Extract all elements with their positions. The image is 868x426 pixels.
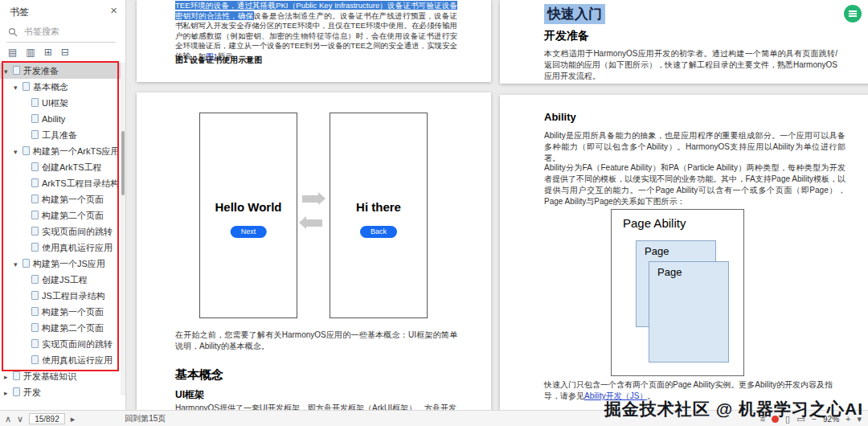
figure-phone-screen-2: Hi there Back [330,113,428,318]
remove-bookmark-icon[interactable]: ⊟ [61,47,69,58]
fit-width-icon[interactable]: ▭ [796,412,805,426]
bookmark-item[interactable]: ▸开发 [0,384,121,400]
bookmark-label: 开发基础知识 [23,371,76,381]
bookmark-item[interactable]: UI框架 [0,95,121,111]
bookmark-page-icon [31,307,39,316]
caret-right-icon[interactable]: ▸ [4,369,13,385]
zoom-level[interactable]: 92% [823,415,839,424]
record-icon[interactable] [772,416,779,423]
bookmark-label: JS工程目录结构 [42,291,105,301]
close-panel-icon[interactable]: × [110,3,117,17]
bookmark-page-icon [31,211,39,219]
bookmark-page-icon [13,371,20,380]
pdf-page-hello-world: Hello World Next Hi there Back 在开始之前，您需要… [137,92,491,410]
bookmarks-panel-title: 书签 [10,6,29,19]
bookmark-page-icon [31,178,39,187]
bookmark-item[interactable]: ArkTS工程目录结构 [0,175,121,191]
hand-tool-icon[interactable]: ≡ [760,412,765,426]
subsection-heading: UI框架 [175,388,204,402]
caret-down-icon[interactable]: ▾ [4,63,13,80]
collapse-all-icon[interactable]: ▥ [26,47,35,58]
page-paragraph: Ability是应用所具备能力的抽象，也是应用程序的重要组成部分。一个应用可以具… [544,130,845,164]
view-controls: ≡ ▯ ▭ − 92% + ▾ [760,411,862,426]
bookmark-item[interactable]: 创建ArkTS工程 [0,159,121,175]
bookmark-page-icon [31,114,39,123]
bookmark-page-icon [31,227,39,236]
bookmark-item[interactable]: 使用真机运行应用 [0,352,121,368]
page-paragraph: 本文档适用于HarmonyOS应用开发的初学者。通过构建一个简单的具有页面跳转/… [544,48,837,82]
pdf-reader-window: 书签 × ▤ ▥ ⊞ ⊟ ▾开发准备 ▾基本概念 UI框架 Ability 工具… [0,0,868,426]
bookmark-label: Ability [42,114,65,124]
bookmark-label: 开发 [23,387,41,397]
pdf-page-quickstart: 快速入门 开发准备 本文档适用于HarmonyOS应用开发的初学者。通过构建一个… [500,0,868,84]
document-view: TEE环境的设备，通过其搭载PKI（Public Key Infrastruct… [126,0,868,410]
search-icon [8,27,18,37]
prev-page-icon[interactable]: ∧ [5,412,11,426]
zoom-in-icon[interactable]: + [845,412,850,426]
figure-back-button: Back [360,226,397,238]
bookmark-page-icon [13,387,20,396]
diagram-label: Page [645,245,669,257]
chapter-title-selected: 快速入门 [544,4,605,24]
go-to-page-icon[interactable]: ▸ [71,412,76,426]
status-bar: ∧ ∨ 15/892 ▸ 回到第15页 ≡ ▯ ▭ − 92% + ▾ [0,410,868,426]
sidebar-scrollbar[interactable] [121,63,125,395]
bookmark-toolbar: ▤ ▥ ⊞ ⊟ [8,47,69,58]
figure-next-button: Next [231,226,267,238]
caret-down-icon[interactable]: ▾ [14,144,23,160]
bookmark-item[interactable]: ▾构建第一个ArkTS应用 [0,143,121,159]
bookmark-item[interactable]: 创建JS工程 [0,272,121,288]
pdf-page-security: TEE环境的设备，通过其搭载PKI（Public Key Infrastruct… [137,0,491,82]
bookmark-page-icon [31,291,39,300]
bookmark-page-icon [13,66,20,75]
bookmark-item[interactable]: ▸开发基础知识 [0,368,121,384]
bookmark-item[interactable]: ▾开发准备 [0,63,121,79]
bookmark-label: 实现页面间的跳转 [42,227,113,236]
bookmark-item[interactable]: 实现页面间的跳转 [0,223,121,240]
bookmark-item[interactable]: 构建第一个页面 [0,191,121,207]
bookmark-item[interactable]: 实现页面间的跳转 [0,336,121,352]
single-page-icon[interactable]: ▯ [785,412,790,426]
expand-all-icon[interactable]: ▤ [8,47,17,58]
bookmark-page-icon [31,162,39,171]
bookmark-label: 构建第二个页面 [42,323,104,333]
next-page-icon[interactable]: ∨ [17,412,23,426]
bookmark-item[interactable]: 使用真机运行应用 [0,240,121,256]
caret-down-icon[interactable]: ▾ [14,80,23,96]
bookmark-label: UI框架 [42,98,68,108]
page-ability-diagram: Page Ability Page Page [611,209,744,376]
bookmark-item[interactable]: Ability [0,111,121,127]
bookmark-label: 使用真机运行应用 [42,243,113,252]
add-bookmark-icon[interactable]: ⊞ [44,47,52,58]
bookmark-item[interactable]: ▾构建第一个JS应用 [0,256,121,272]
bookmark-item[interactable]: 构建第二个页面 [0,320,121,336]
page-paragraph: HarmonyOS提供了一套UI开发框架，即方舟开发框架（ArkUI框架）。方舟… [175,403,457,410]
sidebar-scrollbar-thumb[interactable] [121,131,125,195]
bookmark-page-icon [23,82,30,91]
zoom-out-icon[interactable]: − [812,412,817,426]
bookmark-item[interactable]: JS工程目录结构 [0,288,121,304]
arrow-left-icon [306,219,322,227]
bookmark-label: 构建第一个页面 [42,307,104,317]
bookmark-item[interactable]: 工具准备 [0,127,121,143]
bookmark-item[interactable]: ▾基本概念 [0,79,121,95]
ability-dev-link[interactable]: Ability开发（JS） [584,391,647,400]
caret-down-icon[interactable]: ▾ [14,256,23,272]
bookmark-search-input[interactable] [24,27,104,36]
zoom-menu-icon[interactable]: ▾ [857,412,862,426]
browser-extension-icon[interactable] [844,5,862,23]
back-to-page-link[interactable]: 回到第15页 [125,413,166,424]
caret-right-icon[interactable]: ▸ [4,385,13,401]
bookmark-search[interactable] [6,24,116,43]
diagram-label: Page [657,266,682,278]
bookmark-page-icon [31,195,39,203]
bookmark-item[interactable]: 构建第二个页面 [0,207,121,223]
page-indicator[interactable]: 15/892 [29,413,65,424]
bookmark-page-icon [31,339,39,348]
figure-caption: 图1 设备证书使用示意图 [175,55,262,66]
paragraph-text: 。 [647,391,655,400]
bookmark-page-icon [31,355,39,364]
bookmark-item[interactable]: 构建第一个页面 [0,304,121,320]
figure-app-title: Hi there [330,200,427,214]
bookmark-label: 工具准备 [42,130,77,140]
